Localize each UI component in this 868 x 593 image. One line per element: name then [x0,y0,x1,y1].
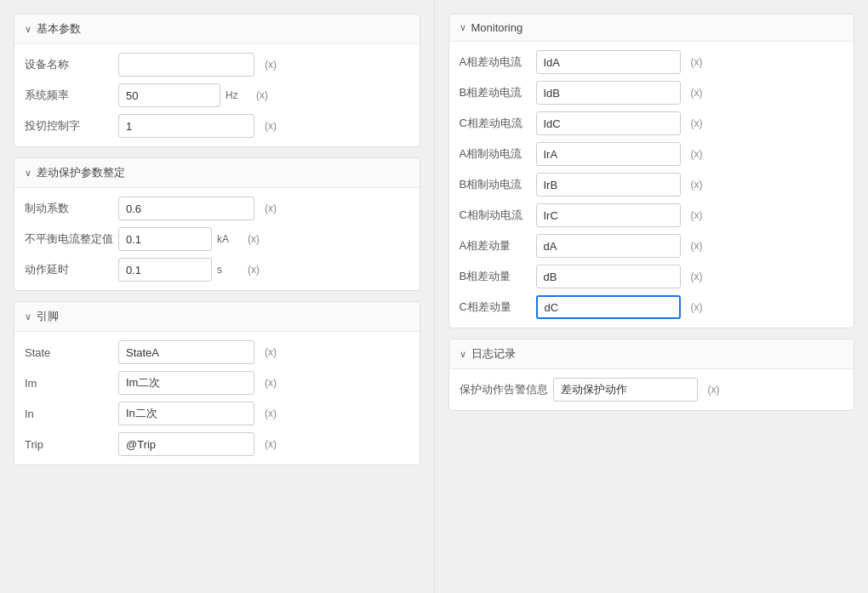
x-dC[interactable]: (x) [688,299,706,315]
label-im: Im [25,377,118,390]
row-IdC: C相差动电流 (x) [460,111,844,135]
input-wrapper-switch-ctrl: (x) [118,114,409,138]
input-IdA[interactable] [536,50,681,74]
x-unbalance-current[interactable]: (x) [244,231,263,247]
row-IdB: B相差动电流 (x) [460,81,844,105]
input-unit-unbalance: kA [118,227,237,251]
x-im[interactable]: (x) [261,375,280,391]
input-switch-ctrl[interactable] [118,114,254,138]
section-title-pins: 引脚 [37,309,59,324]
section-monitoring: ∨ Monitoring A相差动电流 (x) B相差动电流 [448,14,855,328]
x-brake-coeff[interactable]: (x) [261,201,280,216]
row-brake-coeff: 制动系数 (x) [25,197,409,220]
row-switch-ctrl: 投切控制字 (x) [25,114,409,138]
row-im: Im (x) [25,371,409,395]
x-dA[interactable]: (x) [688,238,706,254]
row-dC: C相差动量 (x) [460,295,844,319]
row-dB: B相差动量 (x) [460,265,844,288]
x-dB[interactable]: (x) [688,269,706,284]
row-IrC: C相制动电流 (x) [460,203,844,227]
x-in[interactable]: (x) [261,406,280,421]
row-dA: A相差动量 (x) [460,234,844,258]
input-wrapper-unbalance-current: kA (x) [118,227,409,251]
input-wrapper-IrC: (x) [536,203,844,227]
section-pins: ∨ 引脚 State (x) Im [14,301,420,465]
input-unit-delay: s [118,258,237,282]
row-system-freq: 系统频率 Hz (x) [25,83,409,107]
input-alarm-info[interactable] [553,378,698,402]
input-state[interactable] [118,340,254,364]
label-brake-coeff: 制动系数 [25,201,118,216]
input-in[interactable] [118,402,254,425]
input-wrapper-system-freq: Hz (x) [118,83,409,107]
x-IrA[interactable]: (x) [688,146,706,162]
row-trip: Trip (x) [25,432,409,456]
row-IdA: A相差动电流 (x) [460,50,844,74]
section-body-monitoring: A相差动电流 (x) B相差动电流 (x) C相差动电流 [449,42,854,328]
input-unit-system-freq: Hz [118,83,246,107]
input-IrC[interactable] [536,203,681,227]
section-header-diff-protect: ∨ 差动保护参数整定 [14,158,420,188]
x-IrB[interactable]: (x) [688,177,706,192]
section-body-basic-params: 设备名称 (x) 系统频率 Hz [14,44,420,146]
section-title-diff-protect: 差动保护参数整定 [37,165,125,180]
input-wrapper-dC: (x) [536,295,844,319]
input-wrapper-im: (x) [118,371,409,395]
x-IdB[interactable]: (x) [688,85,706,100]
input-device-name[interactable] [118,53,254,77]
section-body-log: 保护动作告警信息 (x) [449,369,854,410]
x-action-delay[interactable]: (x) [244,262,263,277]
section-header-log: ∨ 日志记录 [449,339,854,369]
x-IdA[interactable]: (x) [688,54,706,70]
left-panel: ∨ 基本参数 设备名称 (x) 系统频率 [0,0,435,593]
label-alarm-info: 保护动作告警信息 [460,382,553,397]
row-IrB: B相制动电流 (x) [460,173,844,197]
section-diff-protect: ∨ 差动保护参数整定 制动系数 (x) 不平衡电流整定值 [14,157,420,291]
label-IrC: C相制动电流 [460,208,536,223]
label-IrB: B相制动电流 [460,177,536,192]
x-IrC[interactable]: (x) [688,208,706,223]
input-wrapper-IrB: (x) [536,173,844,197]
input-wrapper-trip: (x) [118,432,409,456]
row-state: State (x) [25,340,409,364]
input-IrB[interactable] [536,173,681,197]
input-dA[interactable] [536,234,681,258]
x-alarm-info[interactable]: (x) [705,382,723,397]
x-state[interactable]: (x) [261,345,280,360]
left-panel-content: ∨ 基本参数 设备名称 (x) 系统频率 [14,14,420,476]
input-wrapper-in: (x) [118,402,409,425]
x-trip[interactable]: (x) [261,436,280,452]
input-im[interactable] [118,371,254,395]
x-system-freq[interactable]: (x) [253,88,271,103]
input-trip[interactable] [118,432,254,456]
input-wrapper-IdC: (x) [536,111,844,135]
label-dB: B相差动量 [460,269,536,284]
x-switch-ctrl[interactable]: (x) [261,118,280,134]
input-system-freq[interactable] [118,83,220,107]
input-IdC[interactable] [536,111,681,135]
row-action-delay: 动作延时 s (x) [25,258,409,282]
chevron-basic-params-icon: ∨ [25,24,31,35]
label-IdC: C相差动电流 [460,116,536,131]
input-wrapper-device-name: (x) [118,53,409,77]
input-dB[interactable] [536,265,681,288]
input-dC[interactable] [536,295,681,319]
input-brake-coeff[interactable] [118,197,254,220]
x-IdC[interactable]: (x) [688,116,706,131]
input-wrapper-IdA: (x) [536,50,844,74]
input-IdB[interactable] [536,81,681,105]
section-title-basic-params: 基本参数 [37,21,81,37]
section-log: ∨ 日志记录 保护动作告警信息 (x) [448,339,855,411]
input-unbalance-current[interactable] [118,227,212,251]
label-switch-ctrl: 投切控制字 [25,118,118,134]
label-IdB: B相差动电流 [460,85,536,100]
label-IdA: A相差动电流 [460,54,536,70]
input-IrA[interactable] [536,142,681,166]
input-action-delay[interactable] [118,258,212,282]
section-body-pins: State (x) Im (x) [14,332,420,465]
row-in: In (x) [25,402,409,425]
x-device-name[interactable]: (x) [261,57,280,72]
section-body-diff-protect: 制动系数 (x) 不平衡电流整定值 kA [14,188,420,290]
row-device-name: 设备名称 (x) [25,53,409,77]
label-IrA: A相制动电流 [460,146,536,162]
